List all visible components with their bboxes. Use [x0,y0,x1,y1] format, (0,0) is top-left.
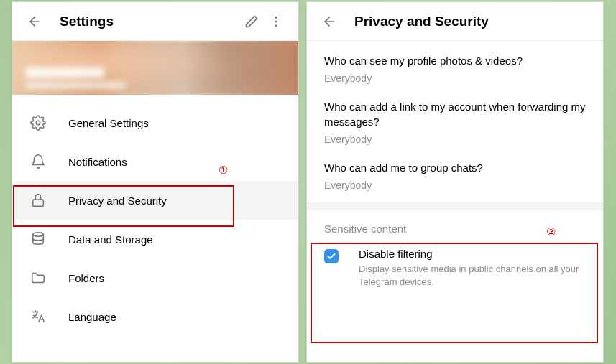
privacy-item-forward-link[interactable]: Who can add a link to my account when fo… [307,87,603,148]
lock-icon [29,192,47,209]
privacy-title: Privacy and Security [354,14,593,29]
check-icon [326,251,336,261]
svg-point-6 [33,233,44,237]
sensitive-content-heading: Sensitive content [307,210,603,239]
back-button[interactable] [22,9,47,34]
privacy-panel: Privacy and Security Who can see my prof… [306,1,604,363]
privacy-header: Privacy and Security [307,2,603,41]
checkbox-description: Display sensitive media in public channe… [359,263,586,289]
back-button[interactable] [317,9,341,34]
more-button[interactable] [264,9,288,34]
menu-item-privacy-security[interactable]: Privacy and Security [12,181,298,220]
gear-icon [29,114,47,131]
settings-menu: General Settings Notifications Privacy a… [12,95,298,336]
annotation-label-2: ② [546,225,556,238]
svg-rect-5 [33,200,44,206]
bell-icon [29,153,47,170]
privacy-item-label: Who can add a link to my account when fo… [324,100,586,129]
privacy-item-value: Everybody [324,179,586,191]
menu-item-language[interactable]: Language [12,297,298,336]
privacy-item-profile-photos[interactable]: Who can see my profile photos & videos? … [307,41,603,87]
menu-item-label: Data and Storage [68,233,153,246]
section-divider [307,202,603,210]
menu-item-folders[interactable]: Folders [12,258,298,297]
menu-item-label: Language [68,311,116,323]
svg-point-2 [275,20,277,22]
privacy-item-group-chats[interactable]: Who can add me to group chats? Everybody [307,148,603,194]
checkbox-label: Disable filtering [359,248,586,260]
language-icon [29,308,47,325]
menu-item-notifications[interactable]: Notifications [12,142,298,181]
profile-cover[interactable] [12,41,298,95]
pencil-icon [244,14,259,29]
svg-point-1 [275,16,277,18]
menu-item-data-storage[interactable]: Data and Storage [12,220,298,258]
menu-item-label: Notifications [68,156,127,168]
menu-item-label: Folders [68,272,104,284]
settings-title: Settings [60,14,239,29]
disable-filtering-row[interactable]: Disable filtering Display sensitive medi… [307,239,603,294]
privacy-item-label: Who can see my profile photos & videos? [324,54,586,68]
folder-icon [29,269,47,286]
privacy-item-label: Who can add me to group chats? [324,161,586,175]
settings-header: Settings [12,2,298,41]
menu-item-general-settings[interactable]: General Settings [12,103,298,142]
dots-vertical-icon [269,14,283,29]
svg-point-3 [275,24,277,27]
annotation-label-1: ① [219,164,228,177]
arrow-left-icon [27,14,42,29]
edit-button[interactable] [239,9,264,34]
menu-item-label: General Settings [68,117,149,129]
checkbox-checked[interactable] [324,249,339,263]
settings-panel: Settings General Settings Notifications [12,1,299,363]
profile-info-blurred [25,67,126,89]
arrow-left-icon [322,14,336,29]
privacy-item-value: Everybody [324,134,586,145]
privacy-item-value: Everybody [324,73,586,84]
menu-item-label: Privacy and Security [68,195,167,207]
database-icon [29,230,47,248]
svg-point-4 [36,121,40,125]
